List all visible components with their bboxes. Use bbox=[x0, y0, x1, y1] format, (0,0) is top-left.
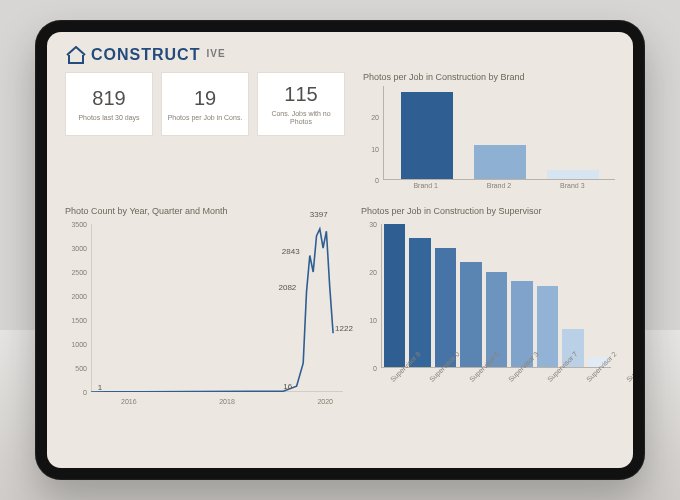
kpi-label: Cons. Jobs with no Photos bbox=[258, 110, 344, 125]
kpi-row: 819 Photos last 30 days 19 Photos per Jo… bbox=[65, 72, 345, 196]
brand-chart-panel[interactable]: Photos per Job in Construction by Brand … bbox=[363, 72, 615, 196]
bar[interactable] bbox=[384, 224, 405, 367]
bar[interactable] bbox=[474, 145, 526, 179]
kpi-label: Photos per Job in Cons. bbox=[164, 114, 247, 122]
data-label: 1222 bbox=[335, 324, 353, 333]
supervisor-chart-panel[interactable]: Photos per Job in Construction by Superv… bbox=[361, 206, 615, 410]
data-label: 2082 bbox=[279, 283, 297, 292]
data-label: 1 bbox=[98, 383, 102, 392]
x-tick-label: Supervisor 6 bbox=[625, 350, 633, 406]
house-icon bbox=[65, 46, 87, 64]
chart-title: Photos per Job in Construction by Brand bbox=[363, 72, 615, 82]
brand-logo: CONSTRUCT IVE bbox=[65, 46, 615, 64]
kpi-card[interactable]: 819 Photos last 30 days bbox=[65, 72, 153, 136]
data-label: 3397 bbox=[310, 210, 328, 219]
chart-title: Photos per Job in Construction by Superv… bbox=[361, 206, 615, 216]
kpi-value: 819 bbox=[92, 87, 125, 110]
kpi-card[interactable]: 19 Photos per Job in Cons. bbox=[161, 72, 249, 136]
x-tick-label: Brand 3 bbox=[560, 182, 585, 196]
logo-text-suffix: IVE bbox=[206, 48, 225, 59]
kpi-value: 19 bbox=[194, 87, 216, 110]
kpi-card[interactable]: 115 Cons. Jobs with no Photos bbox=[257, 72, 345, 136]
x-tick-label: Brand 1 bbox=[413, 182, 438, 196]
kpi-label: Photos last 30 days bbox=[74, 114, 143, 122]
bar[interactable] bbox=[401, 92, 453, 179]
bar[interactable] bbox=[460, 262, 481, 367]
bar[interactable] bbox=[435, 248, 456, 367]
bar[interactable] bbox=[409, 238, 430, 367]
logo-text-primary: CONSTRUCT bbox=[91, 46, 200, 64]
x-tick-label: 2018 bbox=[219, 398, 235, 410]
tablet-frame: CONSTRUCT IVE 819 Photos last 30 days 19… bbox=[35, 20, 645, 480]
kpi-value: 115 bbox=[284, 83, 317, 106]
line-chart-panel[interactable]: Photo Count by Year, Quarter and Month 0… bbox=[65, 206, 343, 410]
dashboard-screen: CONSTRUCT IVE 819 Photos last 30 days 19… bbox=[47, 32, 633, 468]
data-label: 16 bbox=[283, 382, 292, 391]
data-label: 2843 bbox=[282, 247, 300, 256]
bar[interactable] bbox=[547, 170, 599, 179]
x-tick-label: 2016 bbox=[121, 398, 137, 410]
chart-title: Photo Count by Year, Quarter and Month bbox=[65, 206, 343, 216]
x-tick-label: Brand 2 bbox=[487, 182, 512, 196]
x-tick-label: 2020 bbox=[317, 398, 333, 410]
